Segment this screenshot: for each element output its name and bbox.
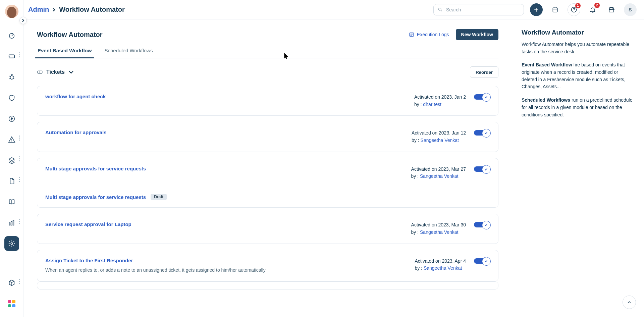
workflow-card: Assign Ticket to the First ResponderWhen… [37,250,498,281]
svg-point-7 [11,243,13,245]
workflow-activated-on: Activated on 2023, Apr 4 [415,258,466,265]
marketplace-button[interactable] [605,3,618,16]
chart-icon [8,219,15,226]
nav-reports[interactable] [4,215,19,230]
workflow-toggle[interactable] [474,130,490,136]
breadcrumb-current: Workflow Automator [59,6,125,13]
svg-rect-4 [9,223,10,225]
calendar-user-icon [552,6,558,13]
workflow-card: Automation for approvalsActivated on 202… [37,122,498,152]
workflow-title-link[interactable]: Automation for approvals [45,129,107,135]
nav-inventory[interactable] [4,275,19,290]
apps-grid-icon [8,300,15,307]
left-rail [0,0,23,317]
workflow-card: Service request approval for LaptopActiv… [37,214,498,244]
chevron-right-icon [21,19,25,22]
workflow-card: Multi stage approvals for service reques… [37,158,498,208]
rail-expand-toggle[interactable] [19,17,27,24]
svg-point-3 [9,116,14,122]
execution-logs-link[interactable]: Execution Logs [409,32,449,37]
new-button[interactable] [530,3,543,16]
help-badge: 1 [575,3,581,8]
help-button[interactable]: 1 [568,3,580,16]
workflow-title-link[interactable]: Assign Ticket to the First Responder [45,258,133,263]
svg-rect-9 [553,8,557,12]
workflow-meta: Activated on 2023, Apr 4by : Sangeetha V… [415,258,466,272]
new-workflow-button[interactable]: New Workflow [456,29,498,40]
workflow-activated-by: by : Sangeetha Venkat [415,265,466,272]
sidepanel-intro: Workflow Automator helps you automate re… [522,41,635,55]
nav-alerts[interactable] [4,132,19,147]
workflow-activated-on: Activated on 2023, Mar 27 [411,166,466,173]
profile-avatar[interactable]: S [624,3,637,16]
store-icon [608,6,615,13]
nav-apps[interactable] [4,296,19,311]
shield-icon [8,94,15,102]
nav-releases[interactable] [4,111,19,126]
tab-scheduled[interactable]: Scheduled Workflows [104,48,153,58]
search-input[interactable] [446,7,520,12]
chevron-up-icon [627,300,632,305]
module-picker[interactable]: Tickets [37,69,74,75]
bug-icon [8,73,15,81]
page-title: Workflow Automator [37,31,103,39]
workflow-user-link[interactable]: Sangeetha Venkat [420,173,458,179]
document-icon [8,177,15,185]
nav-admin[interactable] [4,236,19,251]
workflow-toggle[interactable] [474,166,490,172]
global-search[interactable] [433,4,524,15]
reorder-button[interactable]: Reorder [470,66,498,78]
search-icon [438,7,443,12]
workflow-meta: Activated on 2023, Mar 30by : Sangeetha … [411,221,466,236]
workspace-avatar[interactable] [5,5,18,18]
ticket-icon [8,53,15,60]
workflow-title-link[interactable]: workflow for agent check [45,94,106,99]
workflow-toggle[interactable] [474,222,490,227]
workflow-title-link[interactable]: Service request approval for Laptop [45,221,131,227]
main: Workflow Automator Execution Logs New Wo… [23,19,644,317]
workflow-user-link[interactable]: Sangeetha Venkat [424,265,462,271]
layers-icon [8,157,15,164]
workflow-activated-by: by : Sangeetha Venkat [412,137,466,144]
scroll-top-button[interactable] [623,296,636,309]
workflow-title-link[interactable]: Multi stage approvals for service reques… [45,166,146,171]
nav-assets[interactable] [4,153,19,168]
nav-knowledge[interactable] [4,195,19,209]
workflow-user-link[interactable]: Sangeetha Venkat [421,138,459,143]
nav-tickets[interactable] [4,49,19,64]
breadcrumb: Admin Workflow Automator [28,6,125,13]
workflow-activated-on: Activated on 2023, Mar 30 [411,221,466,229]
module-name: Tickets [46,69,65,75]
nav-problems[interactable] [4,70,19,85]
svg-point-2 [10,75,13,79]
workflow-draft-title-link[interactable]: Multi stage approvals for service reques… [45,194,146,200]
warning-icon [8,136,15,143]
workflow-user-link[interactable]: Sangeetha Venkat [420,229,458,235]
workflow-toggle[interactable] [474,258,490,264]
workflow-card-partial [37,281,498,289]
workflow-toggle[interactable] [474,94,490,100]
cube-icon [8,279,15,286]
workflow-meta: Activated on 2023, Mar 27by : Sangeetha … [411,166,466,180]
nav-dashboard[interactable] [4,28,19,43]
workflow-tabs: Event Based Workflow Scheduled Workflows [37,48,498,58]
workflow-list: workflow for agent checkActivated on 202… [37,86,498,281]
execution-logs-label: Execution Logs [417,32,449,37]
svg-point-8 [439,8,441,11]
notifications-button[interactable]: 2 [586,3,599,16]
svg-rect-12 [38,71,42,73]
calendar-button[interactable] [549,3,561,16]
workflow-activated-on: Activated on 2023, Jan 12 [412,129,466,137]
content-area: Workflow Automator Execution Logs New Wo… [23,19,512,317]
book-icon [8,198,15,206]
nav-solutions[interactable] [4,174,19,189]
plus-icon [533,6,540,13]
ticket-icon [37,69,43,75]
tab-event-based[interactable]: Event Based Workflow [37,48,92,58]
svg-rect-6 [13,220,14,225]
workflow-user-link[interactable]: dhar test [423,102,441,107]
nav-changes[interactable] [4,91,19,105]
draft-badge: Draft [151,194,167,200]
notifications-badge: 2 [594,3,600,8]
breadcrumb-root-link[interactable]: Admin [28,6,49,13]
